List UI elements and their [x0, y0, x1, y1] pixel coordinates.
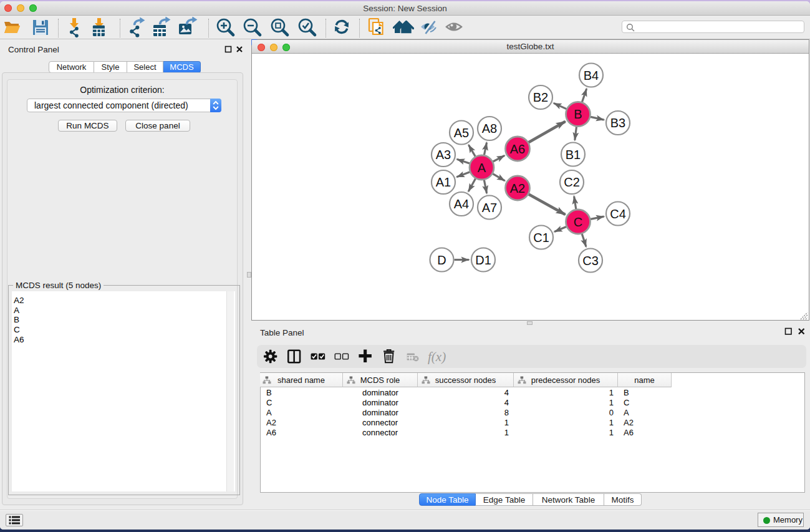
svg-text:A: A [478, 161, 486, 175]
svg-text:A3: A3 [436, 148, 451, 162]
svg-text:C3: C3 [582, 254, 599, 268]
svg-text:C1: C1 [533, 231, 549, 244]
svg-text:D: D [437, 253, 446, 267]
svg-text:B4: B4 [584, 69, 599, 82]
svg-text:B1: B1 [566, 148, 581, 162]
svg-text:A2: A2 [510, 181, 525, 195]
svg-text:A6: A6 [510, 142, 525, 156]
svg-text:C: C [574, 215, 582, 229]
svg-text:A5: A5 [454, 126, 469, 140]
svg-text:D1: D1 [475, 253, 491, 267]
svg-text:C4: C4 [610, 207, 626, 221]
svg-text:A1: A1 [436, 175, 451, 189]
svg-text:B3: B3 [610, 116, 625, 130]
svg-text:C2: C2 [564, 175, 580, 189]
svg-text:A8: A8 [482, 122, 497, 135]
svg-text:A7: A7 [482, 201, 497, 215]
svg-text:B2: B2 [533, 90, 548, 104]
svg-text:A4: A4 [454, 197, 469, 211]
svg-text:B: B [574, 107, 582, 121]
